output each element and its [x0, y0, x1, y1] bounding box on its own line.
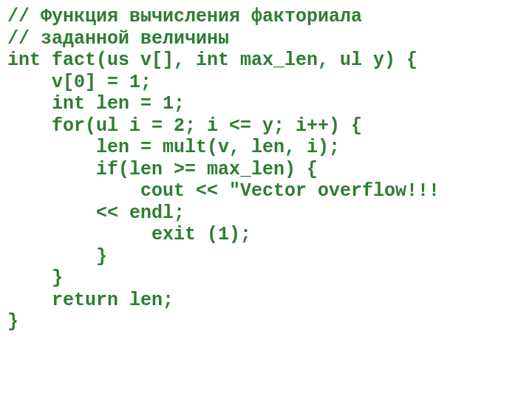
- code-block: // Функция вычисления факториала // зада…: [0, 0, 532, 339]
